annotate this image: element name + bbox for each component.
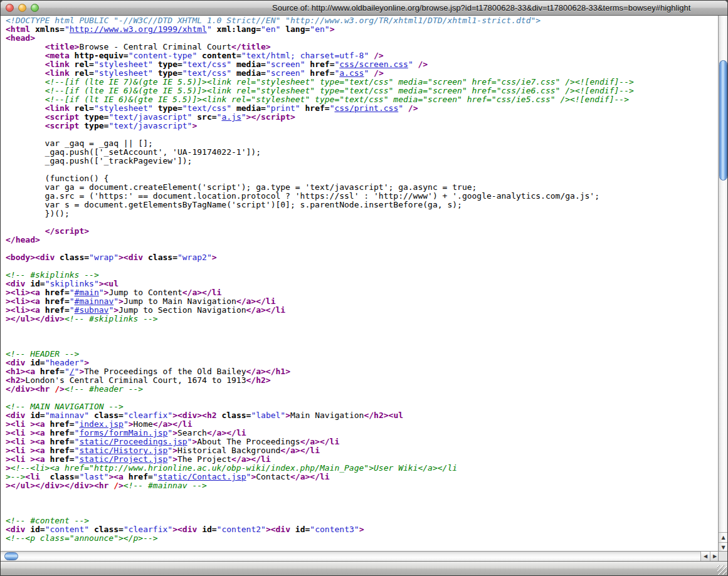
source-link[interactable]: #mainnav <box>75 296 114 306</box>
code-segment: > <box>172 428 177 437</box>
code-segment: ><li><a <box>6 305 45 315</box>
code-segment: ><li ><a <box>6 419 50 429</box>
code-segment: <body><div <box>6 253 60 262</box>
source-line: <div id="skiplinks"><ul <box>6 280 719 288</box>
vertical-scrollbar[interactable]: ▲ ▼ <box>718 16 727 552</box>
resize-grip[interactable] <box>717 565 727 575</box>
code-segment: </a></li <box>231 454 271 464</box>
code-segment: ><li ><a <box>6 446 50 455</box>
code-segment: rel= <box>75 60 94 69</box>
source-link[interactable]: static/Proceedings.jsp <box>79 437 187 446</box>
source-line: <div id="header"> <box>6 359 719 367</box>
code-segment: > <box>172 454 177 464</box>
source-link[interactable]: index.jsp <box>79 419 123 429</box>
source-link[interactable]: css/screen.css <box>339 60 408 69</box>
code-segment: <!--[if (lte IE 6)&(gte IE 5.5)]><link r… <box>45 86 634 95</box>
code-segment: London's Central Criminal Court, 1674 to… <box>25 375 246 385</box>
code-segment <box>6 103 45 113</box>
code-segment: ><ul <box>99 279 119 288</box>
source-link[interactable]: static/History.jsp <box>79 446 167 455</box>
source-link[interactable]: a.css <box>339 68 364 78</box>
source-link[interactable]: static/Contact.jsp <box>158 472 246 481</box>
code-segment: media= <box>231 60 266 69</box>
vertical-scrollbar-thumb[interactable] <box>719 60 727 181</box>
code-segment: > <box>119 296 124 306</box>
code-segment: " <box>167 454 172 464</box>
code-segment: <!-- #mainnav --> <box>124 481 207 490</box>
horizontal-scrollbar-thumb[interactable] <box>4 552 18 560</box>
code-segment <box>6 68 45 78</box>
code-segment: <script <box>45 112 85 122</box>
code-segment <box>6 121 45 130</box>
code-segment: id= <box>30 279 45 288</box>
code-segment: class= <box>50 472 79 481</box>
source-line: <h2>London's Central Criminal Court, 167… <box>6 376 719 385</box>
source-line: ></ul></div><!-- #skiplinks --> <box>6 315 719 323</box>
source-link[interactable]: css/print.css <box>334 103 398 113</box>
source-line: <!--[if (lte IE 6)&(gte IE 5.5)]><link r… <box>6 86 719 95</box>
code-segment <box>6 77 45 86</box>
code-segment: <script <box>45 121 85 130</box>
source-line: ></ul></div></div><hr /><!-- #mainnav --… <box>6 481 719 490</box>
horizontal-scrollbar[interactable]: ◀ ▶ <box>1 551 719 561</box>
source-link[interactable]: static/Project.jsp <box>79 454 167 464</box>
source-link[interactable]: #subnav <box>75 305 109 315</box>
code-segment: " <box>70 288 75 297</box>
code-segment: "print" <box>266 103 300 113</box>
source-line <box>6 244 719 253</box>
source-link[interactable]: forms/formMain.jsp <box>79 428 167 437</box>
source-line: ><li ><a href="index.jsp">Home</a></li <box>6 420 719 429</box>
code-segment: ><a <box>108 472 128 481</box>
source-line <box>6 218 719 227</box>
code-segment: "en" <box>310 24 329 34</box>
source-link[interactable]: a.js <box>221 112 241 122</box>
vertical-scrollbar-buttons: ▲ ▼ <box>719 532 728 552</box>
code-segment: </a></li <box>246 305 286 315</box>
code-segment: "screen" <box>266 68 305 78</box>
code-segment: Contact <box>256 472 290 481</box>
source-line: </head> <box>6 236 719 244</box>
code-segment: <div <box>6 411 30 420</box>
code-segment: _gaq.push(['_setAccount', 'UA-19174022-1… <box>6 147 261 157</box>
zoom-button[interactable] <box>31 4 39 12</box>
code-segment <box>6 226 45 236</box>
scroll-up-button[interactable]: ▲ <box>719 532 728 542</box>
code-segment: The Proceedings of the Old Bailey <box>84 367 246 376</box>
source-line: <!DOCTYPE html PUBLIC "-//W3C//DTD XHTML… <box>6 16 719 25</box>
code-segment <box>6 86 45 95</box>
code-segment: "text/html; charset=utf-8" <box>241 51 369 60</box>
code-segment: rel= <box>75 68 94 78</box>
code-segment: </head> <box>6 235 40 244</box>
minimize-button[interactable] <box>18 4 26 12</box>
source-link[interactable]: #main <box>75 288 99 297</box>
source-line: <div id="content" class="clearfix"><div … <box>6 525 719 534</box>
close-button[interactable] <box>6 4 14 12</box>
code-segment: >--> <box>6 472 25 481</box>
code-segment: type= <box>84 112 108 122</box>
code-segment: href= <box>40 367 65 376</box>
code-segment <box>6 95 45 104</box>
code-segment: media= <box>231 68 266 78</box>
code-segment: href= <box>45 288 70 297</box>
source-line <box>6 165 719 174</box>
source-line: <body><div class="wrap"><div class="wrap… <box>6 253 719 262</box>
up-arrow-icon: ▲ <box>721 535 725 540</box>
code-segment: id= <box>295 525 310 534</box>
code-segment: </a></li <box>182 288 222 297</box>
source-link[interactable]: / <box>70 367 75 376</box>
source-link[interactable]: http://www.w3.org/1999/xhtml <box>70 24 207 34</box>
code-segment: href= <box>300 103 330 113</box>
code-segment: ><li ><a <box>6 454 50 464</box>
source-line: ga.src = ('https:' == document.location.… <box>6 192 719 201</box>
source-line <box>6 332 719 341</box>
source-line: <!-- MAIN NAVIGATION --> <box>6 402 719 411</box>
code-segment: "content3" <box>310 525 359 534</box>
code-segment: > <box>60 384 65 394</box>
code-segment: "label" <box>251 411 285 420</box>
source-line: <meta http-equiv="content-type" content=… <box>6 51 719 60</box>
window-controls <box>6 4 39 12</box>
code-segment: Historical Background <box>177 446 280 455</box>
source-line: <script type="text/javascript"> <box>6 122 719 130</box>
window-titlebar[interactable]: Source of: http://www.oldbaileyonline.or… <box>1 1 727 16</box>
scroll-left-button[interactable]: ◀ <box>700 552 710 561</box>
